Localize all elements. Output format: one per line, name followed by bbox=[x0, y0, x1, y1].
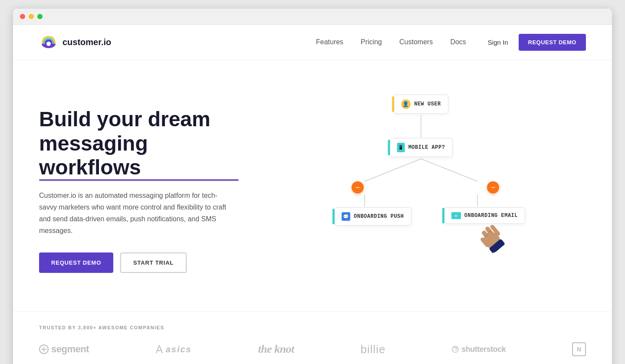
push-bar bbox=[332, 209, 335, 224]
dot-close[interactable] bbox=[20, 14, 25, 19]
trusted-label: TRUSTED BY 3,800+ AWESOME COMPANIES bbox=[39, 325, 586, 330]
hero-left: Build your dream messaging workflows Cus… bbox=[39, 107, 256, 272]
hero-section: Build your dream messaging workflows Cus… bbox=[13, 60, 612, 312]
hero-subtitle: Customer.io is an automated messaging pl… bbox=[39, 190, 230, 237]
hero-title: Build your dream messaging workflows bbox=[39, 107, 239, 179]
hero-right: 👤 NEW USER 📱 MOBILE APP? − − 💬 ONBOARDIN… bbox=[256, 86, 586, 294]
nav-customers[interactable]: Customers bbox=[399, 38, 433, 46]
shutterstock-icon bbox=[452, 346, 459, 353]
sign-in-button[interactable]: Sign In bbox=[488, 39, 508, 46]
navigation: customer.io Features Pricing Customers D… bbox=[13, 25, 612, 60]
svg-line-4 bbox=[421, 159, 477, 181]
nav-links: Features Pricing Customers Docs bbox=[316, 38, 466, 46]
logo-icon bbox=[39, 33, 58, 52]
nav-actions: Sign In REQUEST DEMO bbox=[488, 34, 586, 51]
mobile-app-node: 📱 MOBILE APP? bbox=[390, 138, 453, 157]
asics-a-icon bbox=[155, 344, 163, 354]
request-demo-nav-button[interactable]: REQUEST DEMO bbox=[519, 34, 586, 51]
push-label: ONBOARDING PUSH bbox=[354, 213, 404, 220]
hero-title-line2: messaging workflows bbox=[39, 131, 239, 179]
minus-right-button[interactable]: − bbox=[487, 181, 499, 193]
notion-logo: N bbox=[572, 342, 586, 356]
billie-logo: billie bbox=[361, 343, 386, 356]
logo-link[interactable]: customer.io bbox=[39, 33, 111, 52]
dot-maximize[interactable] bbox=[37, 14, 43, 19]
trusted-section: TRUSTED BY 3,800+ AWESOME COMPANIES segm… bbox=[13, 312, 612, 364]
user-icon: 👤 bbox=[401, 99, 411, 109]
dot-minimize[interactable] bbox=[29, 14, 34, 19]
shutterstock-logo: shutterstock bbox=[452, 345, 506, 354]
push-icon: 💬 bbox=[342, 212, 350, 221]
hero-title-line1: Build your dream bbox=[39, 108, 211, 131]
asics-logo: asics bbox=[155, 344, 192, 354]
new-user-label: NEW USER bbox=[414, 101, 441, 107]
nav-pricing[interactable]: Pricing bbox=[361, 38, 382, 46]
start-trial-button[interactable]: START TRIAL bbox=[120, 253, 187, 273]
browser-chrome bbox=[13, 9, 612, 25]
svg-point-1 bbox=[46, 42, 51, 46]
segment-logo: segment bbox=[39, 344, 89, 355]
theknot-logo: the knot bbox=[258, 343, 294, 356]
request-demo-hero-button[interactable]: REQUEST DEMO bbox=[39, 253, 113, 273]
logo-text: customer.io bbox=[62, 37, 111, 47]
logo-row-1: segment asics the knot billie shuttersto… bbox=[39, 342, 586, 356]
hero-buttons: REQUEST DEMO START TRIAL bbox=[39, 253, 239, 273]
svg-line-3 bbox=[365, 159, 421, 181]
browser-window: customer.io Features Pricing Customers D… bbox=[13, 9, 612, 364]
onboarding-push-node: 💬 ONBOARDING PUSH bbox=[334, 207, 411, 226]
phone-icon: 📱 bbox=[397, 143, 405, 152]
email-icon: ✉ bbox=[451, 212, 461, 219]
new-user-bar bbox=[392, 96, 394, 112]
mobile-app-bar bbox=[388, 140, 390, 155]
segment-icon bbox=[39, 344, 49, 354]
nav-features[interactable]: Features bbox=[316, 38, 343, 46]
new-user-node: 👤 NEW USER bbox=[394, 95, 448, 114]
mobile-app-label: MOBILE APP? bbox=[408, 144, 445, 151]
workflow-diagram: 👤 NEW USER 📱 MOBILE APP? − − 💬 ONBOARDIN… bbox=[308, 86, 534, 268]
email-bar bbox=[442, 208, 444, 223]
minus-left-button[interactable]: − bbox=[352, 181, 364, 193]
nav-docs[interactable]: Docs bbox=[450, 38, 466, 46]
